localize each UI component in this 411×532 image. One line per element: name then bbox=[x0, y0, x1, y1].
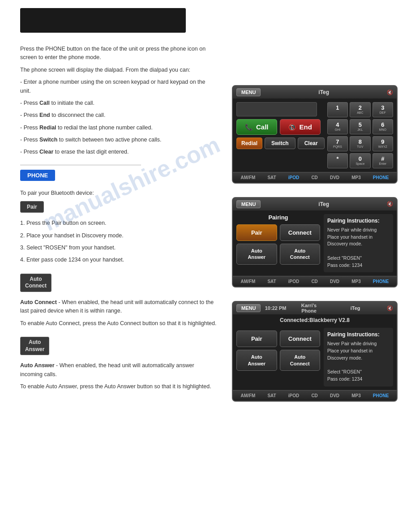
switch-button[interactable]: Switch bbox=[265, 137, 295, 149]
auto-connect-l1: Auto bbox=[294, 248, 305, 253]
connected-instr-title: Pairing Instructions: bbox=[327, 331, 390, 338]
pairing-step1: 1. Press the Pair button on screen. bbox=[20, 219, 217, 227]
end-button[interactable]: 📵 End bbox=[280, 119, 321, 135]
pairing-left-panel: Pairing Pair Connect Auto Answer Auto Co… bbox=[236, 214, 320, 273]
pairing-intro: To pair your Bluetooth device: bbox=[20, 189, 217, 197]
ctab-sat[interactable]: SAT bbox=[267, 393, 276, 398]
phone-label-button[interactable]: PHONE bbox=[20, 170, 55, 181]
connected-menu-btn[interactable]: MENU bbox=[236, 304, 261, 312]
section-auto-connect: Auto Connect Auto Connect - When enabled… bbox=[20, 274, 217, 391]
connected-device-name: Karri's Phone bbox=[294, 303, 324, 313]
dialpad-menu-btn[interactable]: MENU bbox=[236, 88, 261, 96]
ctab-dvd[interactable]: DVD bbox=[330, 393, 339, 398]
section-dialpad-instructions: Press the PHONE button on the face of th… bbox=[20, 45, 217, 157]
auto-answer-l1: Auto bbox=[251, 248, 262, 253]
pairing-body: Pairing Pair Connect Auto Answer Auto Co… bbox=[233, 210, 397, 276]
key-7[interactable]: 7PQRS bbox=[327, 136, 348, 151]
ptab-phone[interactable]: PHONE bbox=[373, 279, 389, 284]
connected-topbar: MENU 10:22 PM Karri's Phone iTeg 🔇 bbox=[233, 302, 397, 314]
clear-button[interactable]: Clear bbox=[298, 137, 325, 149]
ctab-amfm[interactable]: AM/FM bbox=[241, 393, 256, 398]
pairing-grid: Pair Connect Auto Answer Auto Connect bbox=[236, 224, 320, 265]
key-8[interactable]: 8TUV bbox=[350, 136, 370, 151]
auto-answer-label-button[interactable]: Auto Answer bbox=[20, 337, 49, 355]
pair-btn-screen[interactable]: Pair bbox=[236, 224, 277, 241]
key-2[interactable]: 2ABC bbox=[350, 102, 370, 117]
key-9[interactable]: 9WXYZ bbox=[372, 136, 393, 151]
dialpad-volume-icon: 🔇 bbox=[387, 90, 393, 95]
pairing-title-bar: iTeg bbox=[261, 201, 387, 207]
connected-volume-icon: 🔇 bbox=[387, 305, 393, 311]
connect-btn-screen[interactable]: Connect bbox=[280, 224, 321, 241]
pairing-topbar: MENU iTeg 🔇 bbox=[233, 198, 397, 210]
auto-connect-btn-screen[interactable]: Auto Connect bbox=[280, 244, 321, 265]
end-label: End bbox=[300, 123, 312, 131]
pair-label-button[interactable]: Pair bbox=[20, 201, 44, 213]
redial-button[interactable]: Redial bbox=[236, 137, 262, 149]
dialpad-tabbar: AM/FM SAT iPOD CD DVD MP3 PHONE bbox=[233, 172, 397, 183]
connected-screen: MENU 10:22 PM Karri's Phone iTeg 🔇 Conne… bbox=[232, 301, 398, 402]
conn-pair-btn[interactable]: Pair bbox=[236, 330, 277, 347]
conn-auto-connect-btn[interactable]: Auto Connect bbox=[280, 350, 321, 371]
tab-sat[interactable]: SAT bbox=[267, 175, 276, 180]
tab-mp3[interactable]: MP3 bbox=[351, 175, 361, 180]
key-3[interactable]: 3DEF bbox=[372, 102, 393, 117]
call-icon: 📞 bbox=[245, 124, 253, 131]
connected-instr-text: Never Pair while driving Place your hand… bbox=[327, 340, 390, 383]
key-star[interactable]: * bbox=[327, 153, 348, 168]
key-hash[interactable]: #Enter bbox=[372, 153, 393, 168]
ptab-amfm[interactable]: AM/FM bbox=[241, 279, 256, 284]
ctab-cd[interactable]: CD bbox=[311, 393, 317, 398]
conn-connect-btn[interactable]: Connect bbox=[280, 330, 321, 347]
conn-aa-l1: Auto bbox=[251, 354, 262, 360]
conn-auto-answer-btn[interactable]: Auto Answer bbox=[236, 350, 277, 371]
para-7: - Press Switch to switch between two act… bbox=[20, 136, 217, 144]
auto-answer-desc2: To enable Auto Answer, press the Auto An… bbox=[20, 382, 217, 391]
key-1[interactable]: 1 bbox=[327, 102, 348, 117]
auto-answer-btn-screen[interactable]: Auto Answer bbox=[236, 244, 277, 265]
auto-connect-line1: Auto bbox=[30, 276, 42, 282]
connected-grid: Pair Connect Auto Answer Auto Connect bbox=[236, 330, 320, 371]
action-row: Redial Switch Clear bbox=[236, 137, 325, 149]
ctab-ipod[interactable]: iPOD bbox=[288, 393, 299, 398]
connected-left-panel: Pair Connect Auto Answer Auto Connect bbox=[236, 328, 320, 386]
pairing-volume-icon: 🔇 bbox=[387, 201, 393, 207]
dialpad-display[interactable] bbox=[236, 102, 317, 116]
pairing-screen: MENU iTeg 🔇 Pairing Pair Connect Auto An… bbox=[232, 197, 398, 288]
auto-answer-desc1: Auto Answer - When enabled, the head uni… bbox=[20, 361, 217, 379]
ptab-cd[interactable]: CD bbox=[311, 279, 317, 284]
key-0[interactable]: 0Space bbox=[350, 153, 370, 168]
para-8: - Press Clear to erase the last digit en… bbox=[20, 148, 217, 156]
tab-phone[interactable]: PHONE bbox=[373, 175, 389, 180]
pairing-menu-btn[interactable]: MENU bbox=[236, 200, 261, 208]
ctab-phone[interactable]: PHONE bbox=[373, 393, 389, 398]
key-4[interactable]: 4GHI bbox=[327, 119, 348, 134]
ptab-ipod[interactable]: iPOD bbox=[288, 279, 299, 284]
auto-connect-desc2: To enable Auto Connect, press the Auto C… bbox=[20, 319, 217, 328]
tab-cd[interactable]: CD bbox=[311, 175, 317, 180]
section-pairing: PHONE To pair your Bluetooth device: Pai… bbox=[20, 170, 217, 265]
ptab-sat[interactable]: SAT bbox=[267, 279, 276, 284]
auto-connect-label-button[interactable]: Auto Connect bbox=[20, 274, 51, 292]
ptab-dvd[interactable]: DVD bbox=[330, 279, 339, 284]
para-1: Press the PHONE button on the face of th… bbox=[20, 45, 217, 62]
call-label: Call bbox=[256, 123, 269, 131]
auto-answer-line2: Answer bbox=[25, 346, 44, 352]
connected-right-panel: Pairing Instructions: Never Pair while d… bbox=[324, 328, 393, 386]
key-6[interactable]: 6MNO bbox=[372, 119, 393, 134]
para-3: - Enter a phone number using the on scre… bbox=[20, 78, 217, 95]
dialpad-topbar: MENU iTeg 🔇 bbox=[233, 86, 397, 99]
para-6: - Press Redial to redial the last phone … bbox=[20, 124, 217, 132]
call-button[interactable]: 📞 Call bbox=[236, 119, 277, 135]
key-5[interactable]: 5JKL bbox=[350, 119, 370, 134]
right-column: MENU iTeg 🔇 📞 Call 📵 End bbox=[232, 85, 402, 415]
pairing-step2: 2. Place your handset in Discovery mode. bbox=[20, 232, 217, 240]
auto-answer-l2: Answer bbox=[248, 254, 265, 260]
tab-amfm[interactable]: AM/FM bbox=[241, 175, 256, 180]
ctab-mp3[interactable]: MP3 bbox=[351, 393, 361, 398]
connected-title-bar: iTeg bbox=[324, 305, 387, 311]
tab-ipod[interactable]: iPOD bbox=[288, 175, 299, 180]
auto-connect-l2: Connect bbox=[290, 254, 310, 260]
ptab-mp3[interactable]: MP3 bbox=[351, 279, 361, 284]
tab-dvd[interactable]: DVD bbox=[330, 175, 339, 180]
